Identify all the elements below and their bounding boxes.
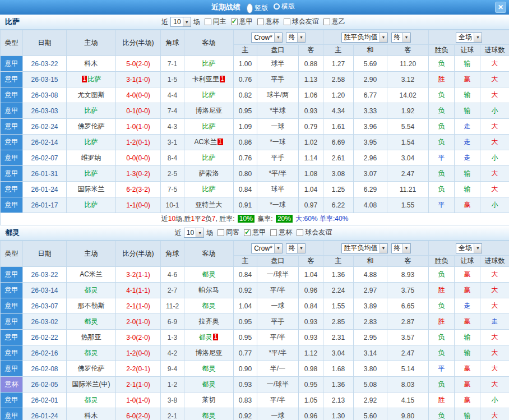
handicap-result: 赢 xyxy=(455,267,480,283)
avg-odds-draw: 5.08 xyxy=(354,377,387,393)
filter-checkbox[interactable]: 意甲 xyxy=(244,228,266,237)
avg-time-select[interactable]: 终▼ xyxy=(391,243,411,253)
match-date[interactable]: 26-03-02 xyxy=(23,314,67,330)
filter-checkbox[interactable]: 意乙 xyxy=(323,17,345,26)
checkbox-icon[interactable] xyxy=(297,229,303,236)
team-name-text: 都灵 xyxy=(85,349,98,357)
odds-time-select[interactable]: 终▼ xyxy=(286,33,306,43)
match-date[interactable]: 26-03-03 xyxy=(23,103,67,119)
match-date[interactable]: 26-02-07 xyxy=(23,150,67,166)
avg-odds-select[interactable]: 胜平负均值▼ xyxy=(341,243,388,253)
league-badge: 意甲 xyxy=(1,166,23,182)
asian-handicap-line: 平/半 xyxy=(257,393,299,408)
odds-company-select[interactable]: Crow*▼ xyxy=(251,33,283,43)
filter-unit-label: 场 xyxy=(193,17,200,27)
odds-time-select[interactable]: 终▼ xyxy=(286,243,306,253)
avg-odds-away: 5.54 xyxy=(387,119,429,135)
team-name-text: 那不勒斯 xyxy=(78,302,105,310)
close-button[interactable]: ✕ xyxy=(495,2,506,13)
match-date[interactable]: 26-03-22 xyxy=(23,267,67,283)
checkbox-icon[interactable] xyxy=(323,19,330,25)
match-date[interactable]: 26-01-31 xyxy=(23,166,67,182)
checkbox-icon[interactable] xyxy=(257,19,264,25)
match-date[interactable]: 26-03-15 xyxy=(23,72,67,87)
handicap-result: 输 xyxy=(455,56,480,72)
page-title: 近期战绩 xyxy=(211,2,240,12)
fulltime-select[interactable]: 全场▼ xyxy=(456,243,482,253)
league-badge: 意甲 xyxy=(1,119,23,135)
fulltime-select[interactable]: 全场▼ xyxy=(456,33,482,43)
checkbox-icon[interactable] xyxy=(205,19,211,25)
corner-count: 7-5 xyxy=(161,182,184,197)
recent-count-select[interactable]: 10▼ xyxy=(184,228,204,238)
checkbox-checked-icon[interactable] xyxy=(244,229,251,236)
match-date[interactable]: 26-02-14 xyxy=(23,135,67,150)
match-date[interactable]: 26-03-14 xyxy=(23,283,67,298)
recent-count-select[interactable]: 10▼ xyxy=(170,17,191,27)
summary-part: 10% xyxy=(238,215,254,223)
summary-cell: 近10场,胜1平2负7, 胜率: 10% 赢率: 20% 大:60% 单率:40… xyxy=(1,213,509,225)
score: 6-0(2-0) xyxy=(116,408,161,420)
match-date[interactable]: 26-02-24 xyxy=(23,119,67,135)
radio-icon[interactable] xyxy=(274,3,280,10)
match-date[interactable]: 26-01-17 xyxy=(23,197,67,213)
goals-result: 大 xyxy=(480,182,509,197)
asian-handicap-line: *平/半 xyxy=(257,345,299,361)
layout-radio-option[interactable]: 横版 xyxy=(274,2,295,11)
filter-checkbox[interactable]: 球会友谊 xyxy=(284,17,319,26)
match-row: 意甲26-02-22热那亚3-0(2-0)1-3都灵10.95平/半0.932.… xyxy=(1,330,509,345)
avg-odds-away: 3.75 xyxy=(387,283,429,298)
checkbox-icon[interactable] xyxy=(270,229,277,236)
team-name-text: 都灵 xyxy=(85,286,98,294)
filter-checkbox[interactable]: 球会友谊 xyxy=(297,228,332,237)
avg-odds-away: 9.80 xyxy=(387,408,429,420)
match-date[interactable]: 26-01-24 xyxy=(23,408,67,420)
league-badge: 意甲 xyxy=(1,314,23,330)
goals-result: 大 xyxy=(480,330,509,345)
subcol-result: 胜负 xyxy=(429,256,455,267)
filter-checkbox[interactable]: 同主 xyxy=(205,17,226,26)
filter-checkbox[interactable]: 同客 xyxy=(218,228,239,237)
match-date[interactable]: 26-02-16 xyxy=(23,345,67,361)
league-badge: 意甲 xyxy=(1,298,23,314)
avg-time-select[interactable]: 终▼ xyxy=(391,33,411,43)
asian-handicap-line: 平/半 xyxy=(257,330,299,345)
filter-checkbox[interactable]: 意杯 xyxy=(257,17,279,26)
match-date[interactable]: 26-03-22 xyxy=(23,56,67,72)
match-date[interactable]: 26-02-01 xyxy=(23,393,67,408)
match-date[interactable]: 26-03-08 xyxy=(23,87,67,103)
match-date[interactable]: 26-03-07 xyxy=(23,298,67,314)
avg-group-header: 胜平负均值▼ 终▼ xyxy=(323,241,429,256)
checkbox-checked-icon[interactable] xyxy=(231,19,238,25)
match-date[interactable]: 26-02-05 xyxy=(23,377,67,393)
match-row: 意甲26-03-14都灵4-1(1-1)2-7帕尔马0.92平/半0.962.2… xyxy=(1,283,509,298)
match-result: 负 xyxy=(429,135,455,150)
layout-radio-option[interactable]: 竖版 xyxy=(247,3,268,13)
match-date[interactable]: 26-02-22 xyxy=(23,330,67,345)
home-team: 科木 xyxy=(67,408,116,420)
away-team: 比萨 xyxy=(184,87,234,103)
match-date[interactable]: 26-02-08 xyxy=(23,361,67,377)
avg-odds-select[interactable]: 胜平负均值▼ xyxy=(341,33,388,43)
asian-handicap-line: 球半 xyxy=(257,182,299,197)
score: 3-0(2-0) xyxy=(116,330,161,345)
team-name-text: 都灵 xyxy=(202,302,216,310)
avg-odds-away: 4.15 xyxy=(387,393,429,408)
checkbox-icon[interactable] xyxy=(284,19,290,25)
filter-checkbox[interactable]: 意甲 xyxy=(231,17,253,26)
handicap-result: 走 xyxy=(455,119,480,135)
radio-selected-icon[interactable] xyxy=(247,3,253,13)
asian-handicap-line: 一球 xyxy=(257,298,299,314)
avg-odds-draw: 2.90 xyxy=(354,72,387,87)
avg-odds-away: 11.20 xyxy=(387,56,429,72)
filter-checkbox[interactable]: 意杯 xyxy=(270,228,292,237)
match-result: 胜 xyxy=(429,314,455,330)
asian-odds-away: 1.02 xyxy=(299,135,323,150)
checkbox-icon[interactable] xyxy=(218,229,224,236)
match-date[interactable]: 26-01-24 xyxy=(23,182,67,197)
team-name-text: 都灵 xyxy=(202,364,216,372)
layout-radio-label: 横版 xyxy=(281,2,295,11)
asian-handicap-line: 平手 xyxy=(257,314,299,330)
odds-company-select[interactable]: Crow*▼ xyxy=(251,243,283,253)
handicap-result: 赢 xyxy=(455,314,480,330)
